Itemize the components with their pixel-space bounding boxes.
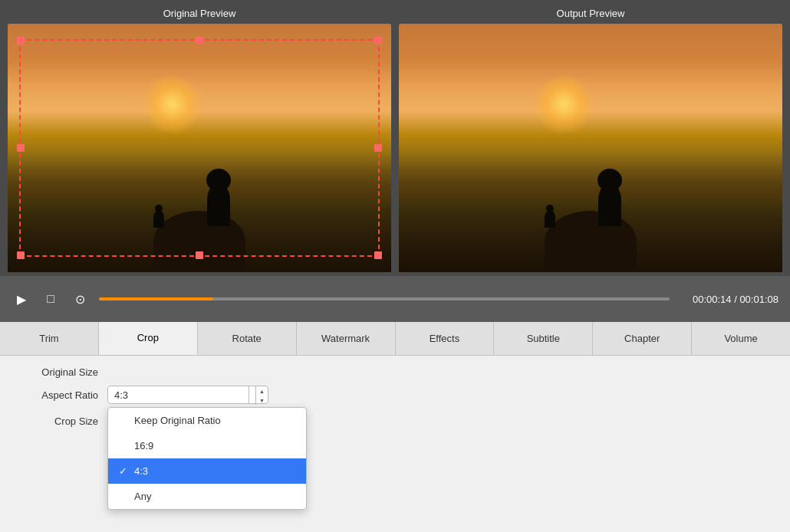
output-preview-container: Output Preview [399,8,782,272]
original-scene [8,24,391,272]
output-lion-head [601,172,618,189]
original-size-label: Original Size [23,366,107,378]
previews-container: Original Preview [0,0,790,276]
any-label: Any [134,491,151,502]
aspect-ratio-down[interactable]: ▼ [256,396,268,405]
screenshot-button[interactable]: ⊙ [70,289,90,309]
mountains [8,152,391,198]
small-lion-body [153,211,164,228]
aspect-ratio-label: Aspect Ratio [23,389,107,401]
progress-fill [99,297,213,300]
tab-effects[interactable]: Effects [396,322,495,355]
time-separator: / [732,294,740,305]
bottom-panel: Trim Crop Rotate Watermark Effects Subti… [0,322,790,532]
output-rock [545,211,637,272]
output-lion-body [598,184,621,226]
small-lion-head [155,205,163,212]
sun-glow [142,74,203,135]
tab-volume[interactable]: Volume [692,322,790,355]
any-check [119,491,130,502]
4-3-check: ✓ [119,465,130,477]
crop-content: Original Size Aspect Ratio 4:3 ▲ ▼ Keep … [0,356,790,532]
dropdown-option-any[interactable]: Any [108,484,306,509]
output-sun-glow [533,74,594,135]
tab-crop[interactable]: Crop [99,322,198,355]
lion-head [210,172,227,189]
16-9-check [119,440,130,452]
current-time: 00:00:14 [693,294,732,305]
lion-body [207,184,230,226]
original-preview-container: Original Preview [8,8,391,272]
output-small-lion-head [546,205,554,212]
4-3-label: 4:3 [134,465,148,477]
aspect-ratio-value: 4:3 [114,389,128,401]
original-preview-title: Original Preview [163,8,236,19]
tab-subtitle[interactable]: Subtitle [494,322,593,355]
output-mountains [399,152,782,198]
aspect-ratio-row: Aspect Ratio 4:3 ▲ ▼ Keep Original Ratio [23,386,767,404]
original-preview-frame [8,24,391,272]
total-time: 00:01:08 [739,294,778,305]
original-size-row: Original Size [23,366,767,378]
tabs-row: Trim Crop Rotate Watermark Effects Subti… [0,322,790,356]
output-preview-frame [399,24,782,272]
tab-watermark[interactable]: Watermark [297,322,396,355]
playback-bar: ▶ □ ⊙ 00:00:14 / 00:01:08 [0,276,790,322]
tab-rotate[interactable]: Rotate [198,322,297,355]
time-display: 00:00:14 / 00:01:08 [679,294,778,305]
tab-chapter[interactable]: Chapter [593,322,692,355]
output-scene [399,24,782,272]
aspect-ratio-select[interactable]: 4:3 ▲ ▼ [107,386,268,404]
keep-original-check [119,415,130,426]
output-preview-title: Output Preview [557,8,625,19]
tab-trim[interactable]: Trim [0,322,99,355]
dropdown-option-4-3[interactable]: ✓ 4:3 [108,458,306,484]
aspect-ratio-up[interactable]: ▲ [256,386,268,396]
stop-button[interactable]: □ [41,289,61,309]
dropdown-option-16-9[interactable]: 16:9 [108,433,306,458]
video-area: Original Preview [0,0,790,322]
dropdown-option-keep-original[interactable]: Keep Original Ratio [108,408,306,433]
play-icon: ▶ [17,292,26,307]
output-small-lion-body [545,211,555,228]
rock [153,211,245,272]
progress-bar[interactable] [99,297,670,300]
aspect-ratio-dropdown: Keep Original Ratio 16:9 ✓ 4:3 Any [107,407,307,510]
camera-icon: ⊙ [75,292,85,307]
16-9-label: 16:9 [134,440,153,452]
crop-size-label: Crop Size [23,415,107,427]
play-button[interactable]: ▶ [12,289,31,309]
aspect-ratio-wrapper: 4:3 ▲ ▼ Keep Original Ratio 16:9 [107,386,268,404]
aspect-ratio-spinner[interactable]: ▲ ▼ [255,386,268,405]
keep-original-label: Keep Original Ratio [134,415,221,426]
stop-icon: □ [47,292,54,306]
